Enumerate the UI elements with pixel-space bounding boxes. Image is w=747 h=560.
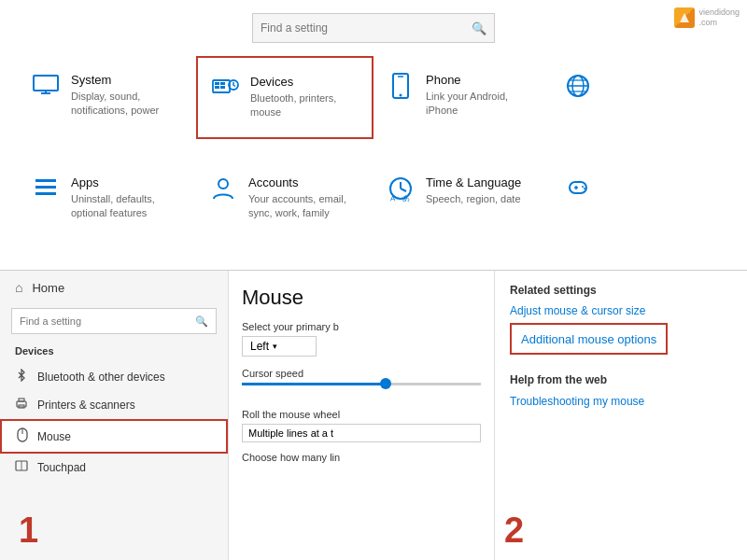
svg-rect-20 <box>35 192 56 195</box>
apps-icon <box>30 175 62 206</box>
choose-label: Choose how many lin <box>242 452 481 463</box>
brand-icon <box>674 7 695 28</box>
svg-text:あ: あ <box>402 194 410 202</box>
touchpad-icon <box>15 460 28 474</box>
svg-marker-0 <box>680 13 689 22</box>
sidebar-item-touchpad[interactable]: Touchpad <box>0 454 228 481</box>
time-title: Time & Language <box>426 175 521 189</box>
cursor-speed-thumb[interactable] <box>380 378 391 389</box>
devices-desc: Bluetooth, printers, mouse <box>250 91 360 120</box>
sidebar-search-icon: 🔍 <box>195 315 208 328</box>
svg-rect-19 <box>35 186 56 189</box>
phone-icon <box>385 73 416 105</box>
svg-point-31 <box>584 188 585 189</box>
sidebar: ⌂ Home 🔍 Devices Bluetooth & other devic… <box>0 271 229 560</box>
mouse-icon <box>17 427 28 445</box>
svg-point-11 <box>400 94 402 97</box>
svg-point-30 <box>582 186 584 188</box>
settings-item-system[interactable]: System Display, sound, notifications, po… <box>19 56 196 139</box>
svg-rect-1 <box>34 76 58 91</box>
cursor-speed-label: Cursor speed <box>242 368 481 379</box>
devices-icon <box>209 75 241 105</box>
additional-mouse-link[interactable]: Additional mouse options <box>521 332 656 346</box>
network-icon <box>562 73 594 105</box>
settings-grid-row2: Apps Uninstall, defaults, optional featu… <box>19 159 728 238</box>
additional-mouse-options-box: Additional mouse options <box>510 323 668 355</box>
primary-button-label: Select your primary b <box>242 321 481 332</box>
accounts-desc: Your accounts, email, sync, work, family <box>248 192 362 221</box>
system-title: System <box>71 73 185 87</box>
sidebar-home-label: Home <box>32 281 64 295</box>
sidebar-section-title: Devices <box>0 342 228 360</box>
accounts-title: Accounts <box>248 175 362 189</box>
svg-rect-8 <box>220 86 225 89</box>
help-title: Help from the web <box>510 373 732 386</box>
settings-item-devices[interactable]: Devices Bluetooth, printers, mouse <box>196 56 374 139</box>
svg-rect-18 <box>35 179 56 182</box>
settings-item-network[interactable] <box>551 56 728 139</box>
phone-desc: Link your Android, iPhone <box>426 90 540 119</box>
printer-icon <box>15 398 28 413</box>
svg-rect-5 <box>215 82 219 85</box>
svg-rect-33 <box>19 399 24 401</box>
step-number-1: 1 <box>19 511 38 551</box>
primary-button-value: Left <box>250 340 269 353</box>
time-icon: A あ <box>385 175 416 208</box>
time-desc: Speech, region, date <box>426 192 521 206</box>
top-section: viendidong .com 🔍 System Display, sound,… <box>0 0 747 271</box>
devices-title: Devices <box>250 75 360 89</box>
apps-desc: Uninstall, defaults, optional features <box>71 192 185 221</box>
svg-rect-2 <box>41 92 50 94</box>
svg-line-24 <box>401 189 406 191</box>
sidebar-item-bluetooth[interactable]: Bluetooth & other devices <box>0 362 228 391</box>
cursor-speed-slider[interactable] <box>242 383 481 385</box>
settings-item-phone[interactable]: Phone Link your Android, iPhone <box>374 56 551 139</box>
roll-value: Multiple lines at a t <box>248 427 333 439</box>
sidebar-item-printers-label: Printers & scanners <box>37 399 135 412</box>
bluetooth-icon <box>15 369 28 385</box>
roll-label: Roll the mouse wheel <box>242 409 481 420</box>
top-search-icon: 🔍 <box>472 21 486 35</box>
settings-item-time[interactable]: A あ Time & Language Speech, region, date <box>374 159 551 238</box>
step-number-2: 2 <box>504 511 524 551</box>
svg-point-21 <box>218 179 228 189</box>
brand-logo: viendidong .com <box>674 7 740 28</box>
top-search-bar[interactable]: 🔍 <box>252 13 495 43</box>
roll-select[interactable]: Multiple lines at a t <box>242 424 481 442</box>
brand-name: viendidong .com <box>698 7 740 28</box>
gaming-icon <box>562 175 594 205</box>
sidebar-search-input[interactable] <box>20 315 195 327</box>
home-icon: ⌂ <box>15 280 22 295</box>
adjust-mouse-link[interactable]: Adjust mouse & cursor size <box>510 304 732 317</box>
settings-item-accounts[interactable]: Accounts Your accounts, email, sync, wor… <box>196 159 374 238</box>
sidebar-item-mouse-label: Mouse <box>37 430 71 443</box>
sidebar-home[interactable]: ⌂ Home <box>0 271 228 304</box>
settings-grid-row1: System Display, sound, notifications, po… <box>19 56 728 139</box>
sidebar-search-bar[interactable]: 🔍 <box>11 308 217 334</box>
top-search-input[interactable] <box>261 21 472 35</box>
system-desc: Display, sound, notifications, power <box>71 90 185 119</box>
related-settings-title: Related settings <box>510 284 732 297</box>
sidebar-item-mouse[interactable]: Mouse <box>0 419 228 454</box>
sidebar-item-touchpad-label: Touchpad <box>37 461 86 474</box>
sidebar-item-printers[interactable]: Printers & scanners <box>0 391 228 419</box>
phone-title: Phone <box>426 73 540 87</box>
right-panel: Related settings Adjust mouse & cursor s… <box>495 271 747 560</box>
accounts-icon <box>207 175 239 208</box>
settings-item-apps[interactable]: Apps Uninstall, defaults, optional featu… <box>19 159 196 238</box>
svg-rect-7 <box>220 82 225 85</box>
svg-text:A: A <box>390 194 396 202</box>
bottom-section: ⌂ Home 🔍 Devices Bluetooth & other devic… <box>0 271 747 560</box>
sidebar-item-bluetooth-label: Bluetooth & other devices <box>37 371 165 384</box>
system-icon <box>30 73 62 103</box>
main-title: Mouse <box>242 286 481 310</box>
main-content: Mouse Select your primary b Left ▾ Curso… <box>229 271 495 560</box>
troubleshoot-link[interactable]: Troubleshooting my mouse <box>510 395 644 408</box>
svg-rect-6 <box>215 86 219 89</box>
primary-button-select[interactable]: Left ▾ <box>242 336 317 357</box>
settings-item-gaming[interactable] <box>551 159 728 238</box>
apps-title: Apps <box>71 175 185 189</box>
chevron-down-icon: ▾ <box>273 342 277 351</box>
